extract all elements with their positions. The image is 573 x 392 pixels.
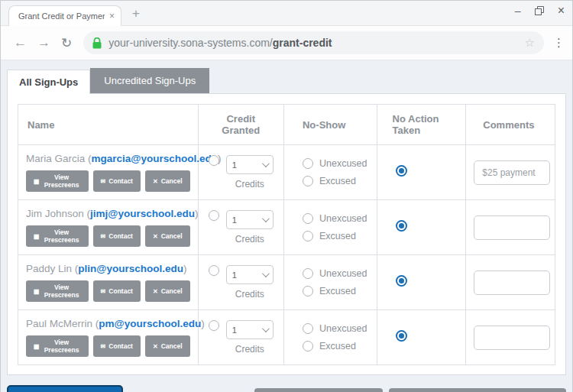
view-prescreens-button[interactable]: ▦View Prescreens — [26, 280, 89, 302]
restore-icon[interactable] — [535, 6, 544, 15]
comment-input[interactable] — [474, 160, 550, 185]
row-actions: ▦View Prescreens ✉Contact ✕Cancel — [26, 225, 190, 247]
chevron-down-icon — [262, 160, 270, 167]
cancel-button[interactable]: ✕Cancel — [145, 280, 190, 302]
contact-button[interactable]: ✉Contact — [93, 280, 141, 302]
col-header-comments: Comments — [466, 105, 555, 145]
cancel-x-icon: ✕ — [153, 178, 158, 185]
forward-icon[interactable]: → — [37, 35, 50, 50]
page-footer: ↻ Update Sign-Up Contact All Participant… — [7, 375, 566, 392]
back-icon[interactable]: ← — [14, 35, 27, 50]
new-tab-icon[interactable]: + — [132, 6, 140, 21]
table-header-row: Name Credit Granted No-Show No Action Ta… — [18, 105, 555, 145]
unexcused-radio[interactable] — [303, 213, 313, 224]
url-text[interactable]: your-university.sona-systems.com/grant-c… — [108, 37, 332, 49]
cancel-x-icon: ✕ — [153, 288, 158, 295]
envelope-icon: ✉ — [101, 343, 106, 350]
unexcused-radio[interactable] — [303, 158, 313, 169]
cancel-button[interactable]: ✕Cancel — [145, 335, 190, 357]
excused-label: Excused — [319, 341, 356, 352]
tab-uncredited-signups[interactable]: Uncredited Sign-Ups — [90, 68, 209, 94]
tab-all-signups[interactable]: All Sign-Ups — [7, 70, 90, 94]
excused-radio[interactable] — [303, 176, 313, 186]
unexcused-label: Unexcused — [319, 158, 367, 169]
excused-radio[interactable] — [303, 341, 313, 352]
cancel-x-icon: ✕ — [153, 343, 158, 350]
credits-label: Credits — [235, 344, 264, 355]
no-action-radio[interactable] — [396, 330, 407, 342]
tab-close-icon[interactable]: × — [109, 11, 115, 21]
browser-menu-icon[interactable]: ⋮ — [553, 36, 565, 50]
signups-table: Name Credit Granted No-Show No Action Ta… — [18, 104, 555, 365]
prescreens-icon: ▦ — [34, 233, 40, 240]
contact-button[interactable]: ✉Contact — [93, 225, 141, 247]
reload-icon[interactable]: ↻ — [61, 35, 72, 51]
participant-email-link[interactable]: mgarcia@yourschool.edu — [92, 153, 218, 164]
credits-select[interactable]: 1 — [226, 265, 274, 284]
contact-button[interactable]: ✉Contact — [93, 335, 141, 357]
no-action-radio[interactable] — [396, 220, 407, 232]
row-actions: ▦View Prescreens ✉Contact ✕Cancel — [26, 335, 190, 357]
view-prescreens-button[interactable]: ▦View Prescreens — [26, 335, 89, 357]
page-content: All Sign-Ups Uncredited Sign-Ups Name Cr… — [1, 60, 572, 392]
prescreens-icon: ▦ — [34, 343, 40, 350]
excused-radio[interactable] — [303, 286, 313, 296]
credit-granted-radio[interactable] — [209, 210, 219, 221]
browser-toolbar: ← → ↻ your-university.sona-systems.com/g… — [1, 26, 572, 60]
no-action-radio[interactable] — [396, 165, 407, 177]
window-controls: – × — [515, 5, 565, 16]
excused-label: Excused — [319, 286, 356, 296]
credits-select[interactable]: 1 — [226, 210, 274, 229]
participant-email-link[interactable]: jimj@yourschool.edu — [90, 208, 195, 219]
unexcused-radio[interactable] — [303, 323, 313, 334]
cancel-button[interactable]: ✕Cancel — [145, 170, 190, 192]
credit-granted-radio[interactable] — [209, 155, 219, 166]
view-prescreens-button[interactable]: ▦View Prescreens — [26, 170, 89, 192]
credits-select[interactable]: 1 — [226, 155, 274, 174]
signups-panel: Name Credit Granted No-Show No Action Ta… — [7, 93, 566, 375]
credits-label: Credits — [235, 289, 264, 300]
prescreens-icon: ▦ — [34, 178, 40, 185]
chevron-down-icon — [262, 270, 270, 277]
excused-label: Excused — [319, 176, 356, 186]
participant-email-link[interactable]: plin@yourschool.edu — [78, 263, 183, 274]
participant-name: Paddy Lin (plin@yourschool.edu) — [26, 263, 190, 274]
row-actions: ▦View Prescreens ✉Contact ✕Cancel — [26, 170, 190, 192]
url-path: grant-credit — [273, 37, 332, 49]
excused-radio[interactable] — [303, 231, 313, 241]
cancel-x-icon: ✕ — [153, 233, 158, 240]
close-icon[interactable]: × — [558, 5, 565, 16]
chevron-down-icon — [262, 215, 270, 222]
comment-input[interactable] — [474, 271, 550, 295]
comment-input[interactable] — [474, 326, 550, 350]
url-prefix: your-university.sona-systems.com/ — [108, 37, 272, 49]
contact-all-button[interactable]: Contact All Participants — [254, 388, 383, 392]
bookmark-star-icon[interactable]: ☆ — [525, 36, 535, 50]
chevron-down-icon — [262, 325, 270, 332]
col-header-name: Name — [18, 105, 199, 145]
credit-granted-radio[interactable] — [209, 320, 219, 331]
comment-input[interactable] — [474, 215, 550, 240]
contact-button[interactable]: ✉Contact — [93, 170, 141, 192]
col-header-noaction: No Action Taken — [377, 105, 466, 145]
update-signup-button[interactable]: ↻ Update Sign-Up — [7, 385, 123, 392]
table-row: Maria Garcia (mgarcia@yourschool.edu) ▦V… — [18, 145, 555, 200]
participant-email-link[interactable]: pm@yourschool.edu — [99, 318, 201, 329]
cancel-all-button[interactable]: Cancel All Sign-ups for this Timeslot — [389, 388, 566, 392]
col-header-noshow: No-Show — [283, 105, 377, 145]
envelope-icon: ✉ — [101, 288, 106, 295]
browser-tab[interactable]: Grant Credit or Payment × — [8, 5, 121, 26]
lock-icon — [92, 37, 102, 49]
unexcused-radio[interactable] — [303, 268, 313, 279]
unexcused-label: Unexcused — [319, 323, 367, 334]
browser-tab-title: Grant Credit or Payment — [18, 11, 105, 21]
credits-select[interactable]: 1 — [226, 320, 274, 339]
address-bar[interactable]: your-university.sona-systems.com/grant-c… — [83, 31, 544, 54]
minimize-icon[interactable]: – — [515, 5, 521, 16]
cancel-button[interactable]: ✕Cancel — [145, 225, 190, 247]
excused-label: Excused — [319, 231, 356, 241]
participant-name: Paul McMerrin (pm@yourschool.edu) — [26, 318, 190, 329]
no-action-radio[interactable] — [396, 275, 407, 287]
credit-granted-radio[interactable] — [209, 265, 219, 276]
view-prescreens-button[interactable]: ▦View Prescreens — [26, 225, 89, 247]
